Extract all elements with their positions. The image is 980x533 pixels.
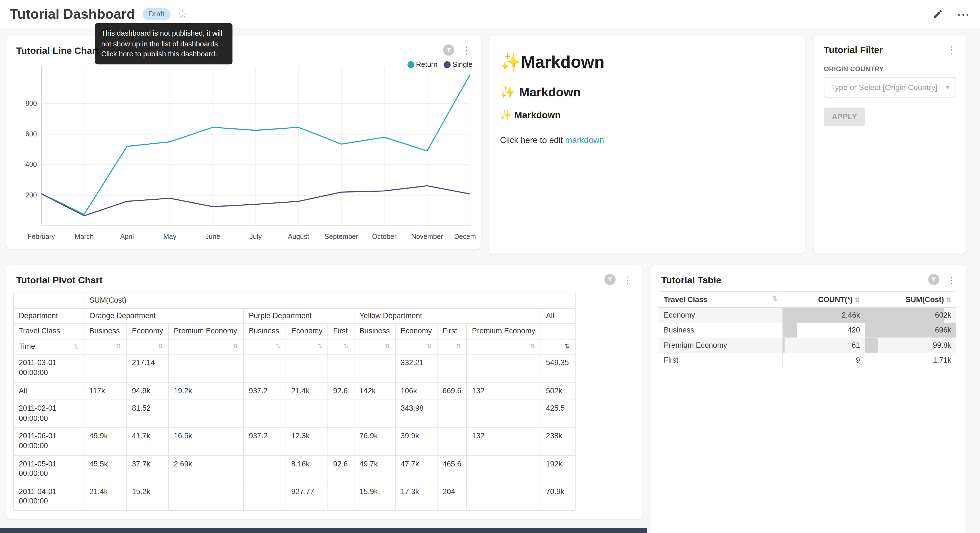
pivot-row-label: 2011-04-01 00:00:00 <box>14 483 84 511</box>
pivot-cell <box>328 483 354 511</box>
sort-icon[interactable]: ⇅ <box>456 342 461 350</box>
pivot-cell <box>243 400 286 428</box>
pivot-cell: 17.3k <box>395 483 437 511</box>
pivot-subcol: Premium Economy <box>466 324 541 339</box>
cell-count: 61 <box>783 338 865 353</box>
data-table: Travel Class⇅COUNT(*) ⇅SUM(Cost) ⇅Econom… <box>659 291 956 367</box>
pivot-cell <box>466 354 541 382</box>
pivot-subcol: Economy <box>286 324 328 339</box>
star-icon[interactable]: ☆ <box>178 9 187 19</box>
page-title: Tutorial Dashboard <box>10 6 135 22</box>
dashboard-root: Tutorial Dashboard Draft ☆ ⋯ This dashbo… <box>0 0 980 533</box>
pivot-cell <box>354 354 395 382</box>
edit-pencil-icon[interactable] <box>932 9 943 19</box>
table-row: Economy2.46k602k <box>659 307 956 322</box>
pivot-cell <box>328 428 354 455</box>
filter-indicator-icon[interactable] <box>604 274 616 285</box>
cell-sum: 99.8k <box>865 338 956 353</box>
pivot-cell: 45.5k <box>84 455 127 483</box>
pivot-cell <box>328 354 354 382</box>
pivot-cell: 343.98 <box>395 400 437 428</box>
pivot-metric-row: SUM(Cost) <box>14 293 575 308</box>
pivot-row: 2011-05-01 00:00:0045.5k37.7k2.69k8.16k9… <box>14 455 575 483</box>
pivot-cell: 142k <box>354 382 395 400</box>
pivot-row: All117k94.9k19.2k937.221.4k92.6142k106k6… <box>14 382 575 400</box>
filter-card-title: Tutorial Filter <box>824 45 883 55</box>
svg-text:400: 400 <box>25 160 37 168</box>
sort-icon[interactable]: ⇅ <box>73 343 79 351</box>
pivot-cell: 94.9k <box>126 382 169 400</box>
pivot-cell: 92.6 <box>328 455 354 483</box>
pivot-colgroup: Yellow Department <box>354 308 541 324</box>
pivot-cell <box>286 400 328 428</box>
pivot-cell: 2.69k <box>169 455 243 483</box>
pivot-cell <box>169 400 243 428</box>
cell-sum: 1.71k <box>865 353 956 367</box>
pivot-cell: 41.7k <box>126 428 169 455</box>
chevron-down-icon: ▾ <box>946 83 949 91</box>
pivot-cell: 47.7k <box>395 455 437 483</box>
col-header-travel-class[interactable]: Travel Class⇅ <box>659 292 782 307</box>
pivot-cell: 21.4k <box>286 382 328 400</box>
pivot-cell: 16.5k <box>169 428 243 455</box>
more-menu-icon[interactable]: ⋯ <box>957 11 970 18</box>
kebab-menu-icon[interactable]: ⋮ <box>947 275 956 284</box>
pivot-subcol: Business <box>354 324 395 339</box>
apply-button[interactable]: APPLY <box>824 107 865 126</box>
pivot-cell <box>243 483 286 511</box>
sort-icon[interactable]: ⇅ <box>565 342 570 350</box>
pivot-cell: 425.5 <box>541 400 575 428</box>
origin-country-select[interactable]: Type or Select [Origin Country] ▾ <box>824 77 956 97</box>
sort-icon[interactable]: ⇅ <box>530 342 535 350</box>
pivot-cell <box>437 354 466 382</box>
kebab-menu-icon[interactable]: ⋮ <box>462 45 471 55</box>
footer-strip <box>0 528 647 533</box>
cell-travel-class: Economy <box>659 307 782 322</box>
cell-count: 9 <box>783 353 865 367</box>
pivot-cell: 37.7k <box>126 455 169 483</box>
pivot-colgroup: Purple Department <box>243 308 354 324</box>
sort-icon[interactable]: ⇅ <box>233 342 238 350</box>
pivot-table: SUM(Cost)DepartmentOrange DepartmentPurp… <box>13 293 575 511</box>
pivot-subcol: Business <box>84 324 127 339</box>
sort-icon[interactable]: ⇅ <box>385 342 390 350</box>
pivot-cell: 238k <box>541 428 575 455</box>
pivot-cell <box>286 354 328 382</box>
sort-icon[interactable]: ⇅ <box>772 295 777 302</box>
pivot-cell: 117k <box>84 382 127 400</box>
table-title: Tutorial Table <box>661 274 721 285</box>
col-header-sum[interactable]: SUM(Cost) ⇅ <box>865 292 956 307</box>
sort-icon[interactable]: ⇅ <box>946 296 951 303</box>
sort-icon[interactable]: ⇅ <box>344 342 348 350</box>
table-row: Premium Economy6199.8k <box>659 338 956 353</box>
pivot-cell: 39.9k <box>395 428 437 455</box>
markdown-paragraph: Click here to edit markdown <box>500 136 794 145</box>
sort-icon[interactable]: ⇅ <box>116 342 121 350</box>
filter-indicator-icon[interactable] <box>928 274 939 285</box>
markdown-link[interactable]: markdown <box>565 136 604 145</box>
pivot-row: 2011-03-01 00:00:00217.14332.21549.35 <box>14 354 575 382</box>
sort-icon[interactable]: ⇅ <box>158 342 163 350</box>
draft-badge[interactable]: Draft <box>142 8 170 20</box>
origin-country-label: ORIGIN COUNTRY <box>824 65 956 72</box>
select-placeholder: Type or Select [Origin Country] <box>830 83 937 92</box>
filter-card: Tutorial Filter ⋮ ORIGIN COUNTRY Type or… <box>814 36 966 254</box>
filter-indicator-icon[interactable] <box>443 45 454 56</box>
pivot-row-label: 2011-06-01 00:00:00 <box>14 428 84 455</box>
pivot-sort-row: Time⇅⇅⇅⇅⇅⇅⇅⇅⇅⇅⇅⇅ <box>14 339 575 354</box>
pivot-subcol <box>541 324 575 339</box>
kebab-menu-icon[interactable]: ⋮ <box>623 275 632 284</box>
sort-icon[interactable]: ⇅ <box>427 342 432 350</box>
kebab-menu-icon[interactable]: ⋮ <box>947 45 956 54</box>
line-chart-card: Tutorial Line Chart ⋮ ReturnSingle 20040… <box>6 36 482 249</box>
pivot-cell: 937.2 <box>243 382 286 400</box>
col-header-count[interactable]: COUNT(*) ⇅ <box>783 292 865 307</box>
sort-icon[interactable]: ⇅ <box>275 342 281 350</box>
sort-icon[interactable]: ⇅ <box>855 296 860 303</box>
pivot-cell <box>243 455 286 483</box>
sort-icon[interactable]: ⇅ <box>317 342 323 350</box>
pivot-row: 2011-04-01 00:00:0021.4k15.2k927.7715.9k… <box>14 483 575 511</box>
publish-tooltip: This dashboard is not published, it will… <box>95 23 232 64</box>
pivot-cell: 12.3k <box>286 428 328 455</box>
pivot-cell: 21.4k <box>84 483 127 511</box>
